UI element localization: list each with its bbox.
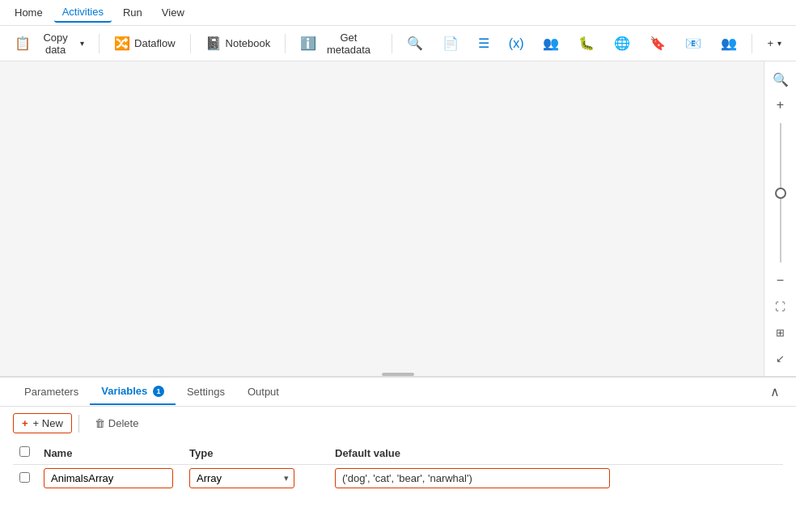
zoom-out-icon: − [777, 273, 784, 288]
delete-icon: 🗑 [95, 417, 105, 429]
zoom-slider-track[interactable] [780, 123, 781, 263]
get-metadata-icon: ℹ️ [300, 36, 316, 51]
canvas-area: 🔍 + − ⛶ ⊞ ↙ [0, 61, 796, 377]
fit-page-icon: ⛶ [775, 301, 785, 313]
copy-data-label: Copy data [35, 32, 76, 56]
menu-run[interactable]: Run [115, 3, 150, 22]
variable-name-input[interactable] [44, 468, 173, 488]
row-type-cell: Array Boolean Integer String Float ▾ [183, 465, 328, 492]
pipeline-icon-button[interactable]: 📄 [434, 32, 467, 54]
panel-collapse-button[interactable]: ∧ [767, 381, 783, 403]
zoom-out-button[interactable]: − [769, 269, 792, 292]
search-toolbar-icon: 🔍 [407, 36, 423, 51]
toolbar-sep-3 [285, 34, 286, 53]
row-checkbox[interactable] [19, 472, 30, 483]
more-dropdown-icon: ▾ [777, 39, 781, 48]
expression-icon: (x) [509, 36, 524, 51]
pipeline-icon: 📄 [442, 36, 459, 51]
toolbar-sep-1 [99, 34, 100, 53]
notebook-icon: 📓 [205, 36, 222, 51]
copy-data-icon: 📋 [15, 36, 31, 51]
toolbar-sep-4 [392, 34, 392, 53]
type-select-wrapper: Array Boolean Integer String Float ▾ [189, 468, 294, 488]
canvas-search-icon: 🔍 [773, 72, 789, 87]
row-checkbox-cell [13, 465, 37, 492]
bottom-panel: Parameters Variables 1 Settings Output ∧… [0, 377, 796, 532]
notebook-button[interactable]: 📓 Notebook [197, 32, 279, 54]
teams-button[interactable]: 👥 [713, 32, 745, 54]
notebook-label: Notebook [226, 37, 271, 49]
dataflow-label: Dataflow [134, 37, 176, 49]
debug-icon: 🐛 [578, 36, 595, 51]
menu-view[interactable]: View [154, 3, 193, 22]
canvas-search-button[interactable]: 🔍 [769, 68, 792, 91]
header-name: Name [37, 441, 183, 465]
variables-content: + + New 🗑 Delete Name Type Default value [0, 407, 796, 498]
dataflow-icon: 🔀 [114, 36, 130, 51]
header-checkbox[interactable] [19, 446, 30, 457]
variables-table: Name Type Default value [13, 441, 783, 492]
canvas-drag-handle[interactable] [382, 373, 414, 376]
debug-button[interactable]: 🐛 [570, 32, 603, 54]
new-plus-icon: + [22, 417, 28, 429]
globe-icon: 🌐 [614, 36, 630, 51]
table-row: Array Boolean Integer String Float ▾ [13, 465, 783, 492]
zoom-controls: 🔍 + − ⛶ ⊞ ↙ [764, 61, 796, 376]
header-default-value: Default value [328, 441, 783, 465]
fit-page-button[interactable]: ⛶ [769, 295, 792, 318]
bookmark-button[interactable]: 🔖 [641, 32, 674, 54]
header-checkbox-cell [13, 441, 37, 465]
type-select[interactable]: Array Boolean Integer String Float [190, 469, 294, 488]
delete-variable-button[interactable]: 🗑 Delete [86, 413, 148, 433]
zoom-in-icon: + [777, 98, 784, 112]
globe-button[interactable]: 🌐 [606, 32, 638, 54]
new-variable-button[interactable]: + + New [13, 413, 72, 433]
tab-settings[interactable]: Settings [176, 379, 236, 404]
zoom-in-button[interactable]: + [769, 94, 792, 116]
expand-icon: ⊞ [776, 327, 785, 339]
variables-badge: 1 [153, 386, 164, 397]
delete-label: Delete [108, 417, 139, 429]
tab-parameters[interactable]: Parameters [13, 379, 90, 404]
menu-activities[interactable]: Activities [54, 2, 112, 23]
bookmark-icon: 🔖 [650, 36, 666, 51]
default-value-input[interactable] [335, 468, 610, 488]
action-bar: + + New 🗑 Delete [13, 413, 783, 433]
list-icon: ☰ [478, 36, 489, 51]
list-icon-button[interactable]: ☰ [470, 32, 498, 54]
collapse-zoom-icon: ↙ [776, 353, 785, 365]
row-value-cell [328, 465, 783, 492]
get-metadata-label: Get metadata [320, 32, 377, 56]
search-toolbar-button[interactable]: 🔍 [399, 32, 431, 54]
tab-bar: Parameters Variables 1 Settings Output ∧ [0, 378, 796, 407]
tab-variables[interactable]: Variables 1 [90, 378, 176, 406]
menu-home[interactable]: Home [6, 3, 51, 22]
copy-data-dropdown-icon: ▾ [80, 39, 84, 48]
validate-icon: 👥 [543, 36, 559, 51]
dataflow-button[interactable]: 🔀 Dataflow [106, 32, 184, 54]
more-icon: + [767, 37, 773, 49]
outlook-button[interactable]: 📧 [677, 32, 709, 54]
get-metadata-button[interactable]: ℹ️ Get metadata [292, 28, 385, 59]
row-name-cell [37, 465, 183, 492]
new-label: + New [33, 417, 63, 429]
zoom-slider-thumb[interactable] [775, 188, 786, 199]
expression-button[interactable]: (x) [501, 33, 532, 54]
more-button[interactable]: + ▾ [759, 34, 790, 53]
collapse-zoom-button[interactable]: ↙ [769, 347, 792, 369]
toolbar-sep-5 [752, 34, 752, 53]
toolbar-sep-2 [190, 34, 191, 53]
validate-button[interactable]: 👥 [535, 32, 567, 54]
tab-output[interactable]: Output [236, 379, 290, 404]
outlook-icon: 📧 [685, 36, 701, 51]
header-type: Type [183, 441, 328, 465]
teams-icon: 👥 [721, 36, 737, 51]
toolbar: 📋 Copy data ▾ 🔀 Dataflow 📓 Notebook ℹ️ G… [0, 26, 796, 61]
expand-button[interactable]: ⊞ [769, 321, 792, 344]
copy-data-button[interactable]: 📋 Copy data ▾ [6, 28, 92, 59]
menu-bar: Home Activities Run View [0, 0, 796, 26]
action-separator [78, 415, 79, 433]
